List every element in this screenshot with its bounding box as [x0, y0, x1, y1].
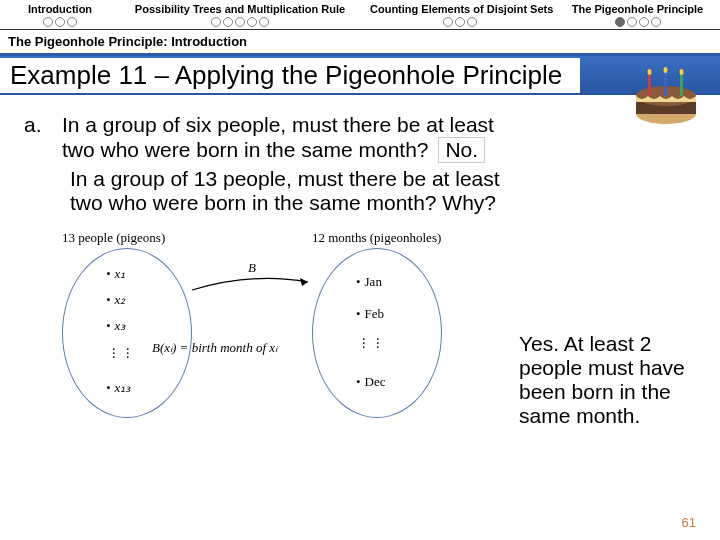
arrow-icon — [190, 270, 314, 300]
question-line2: two who were born in the same month? No. — [62, 137, 692, 163]
nav-label: Introduction — [10, 3, 110, 15]
pigeonhole-diagram: 13 people (pigeons) 12 months (pigeonhol… — [62, 230, 492, 420]
person-item: x₂ — [106, 292, 125, 308]
question-line3: In a group of 13 people, must there be a… — [70, 167, 692, 191]
progress-dot-icon — [627, 17, 637, 27]
month-item: Jan — [356, 274, 382, 290]
section-subheading: The Pigeonhole Principle: Introduction — [0, 30, 720, 56]
svg-point-8 — [680, 69, 684, 75]
month-item: Dec — [356, 374, 386, 390]
progress-dot-icon — [651, 17, 661, 27]
question-line1: In a group of six people, must there be … — [62, 113, 692, 137]
vdots-icon: ··· — [376, 338, 380, 350]
diagram-left-label: 13 people (pigeons) — [62, 230, 165, 246]
answer-no: No. — [438, 137, 485, 163]
svg-rect-3 — [648, 74, 651, 96]
progress-dot-icon — [259, 17, 269, 27]
vdots-icon: ··· — [362, 338, 366, 350]
svg-rect-4 — [664, 72, 667, 96]
nav-dots — [370, 17, 550, 27]
nav-item-pigeonhole[interactable]: The Pigeonhole Principle — [560, 0, 715, 29]
question-line4: two who were born in the same month? Why… — [70, 191, 692, 215]
svg-rect-5 — [680, 74, 683, 96]
question-line2-text: two who were born in the same month? — [62, 138, 429, 161]
progress-dot-icon — [211, 17, 221, 27]
svg-point-7 — [664, 67, 668, 73]
answer-box: Yes. At least 2 people must have been bo… — [517, 330, 692, 431]
nav-dots — [10, 17, 110, 27]
nav-label: Counting Elements of Disjoint Sets — [370, 3, 550, 15]
function-def: B(xᵢ) = birth month of xᵢ — [152, 340, 277, 356]
nav-item-disjoint[interactable]: Counting Elements of Disjoint Sets — [360, 0, 560, 29]
month-item: Feb — [356, 306, 384, 322]
progress-dot-icon — [639, 17, 649, 27]
progress-dot-icon — [223, 17, 233, 27]
vdots-icon: ··· — [112, 348, 116, 360]
nav-dots — [570, 17, 705, 27]
progress-dot-icon — [55, 17, 65, 27]
progress-dot-icon — [455, 17, 465, 27]
progress-dot-icon — [443, 17, 453, 27]
nav-bar: Introduction Possibility Trees and Multi… — [0, 0, 720, 30]
svg-point-6 — [648, 69, 652, 75]
question-label: a. — [24, 113, 42, 137]
person-item: x₁ — [106, 266, 125, 282]
vdots-icon: ··· — [126, 348, 130, 360]
nav-label: Possibility Trees and Multiplication Rul… — [130, 3, 350, 15]
page-number: 61 — [682, 515, 696, 530]
nav-item-trees[interactable]: Possibility Trees and Multiplication Rul… — [120, 0, 360, 29]
progress-dot-icon — [467, 17, 477, 27]
progress-dot-icon — [615, 17, 625, 27]
progress-dot-icon — [67, 17, 77, 27]
slide-title: Example 11 – Applying the Pigeonhole Pri… — [0, 58, 580, 93]
person-item: x₃ — [106, 318, 125, 334]
diagram-right-label: 12 months (pigeonholes) — [312, 230, 441, 246]
progress-dot-icon — [235, 17, 245, 27]
progress-dot-icon — [43, 17, 53, 27]
person-item: x₁₃ — [106, 380, 130, 396]
nav-item-intro[interactable]: Introduction — [0, 0, 120, 29]
progress-dot-icon — [247, 17, 257, 27]
title-bar: Example 11 – Applying the Pigeonhole Pri… — [0, 56, 720, 95]
nav-dots — [130, 17, 350, 27]
nav-label: The Pigeonhole Principle — [570, 3, 705, 15]
